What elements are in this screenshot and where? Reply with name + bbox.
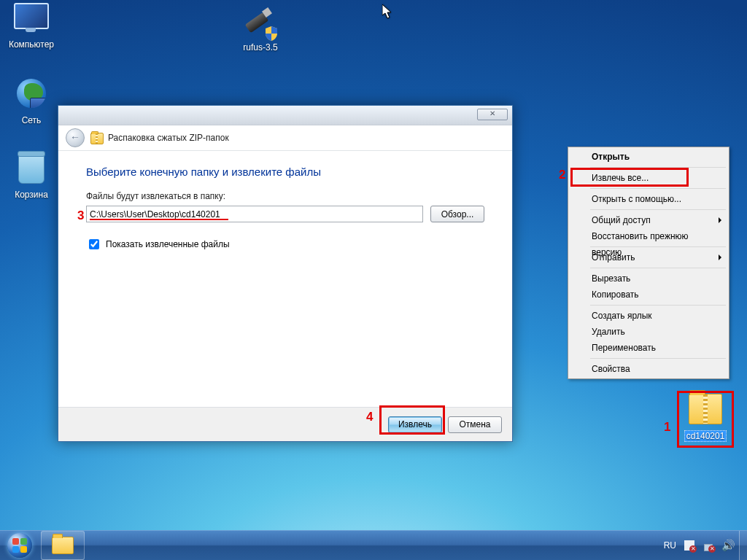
menu-item-cut[interactable]: Вырезать (570, 271, 727, 287)
close-button[interactable]: ✕ (477, 109, 508, 120)
show-desktop-button[interactable] (739, 531, 747, 560)
desktop-icon-label: rufus-3.5 (232, 42, 289, 52)
taskbar-button-explorer[interactable] (41, 531, 85, 560)
context-menu: Открыть Извлечь все... Открыть с помощью… (568, 147, 729, 379)
menu-item-delete[interactable]: Удалить (570, 324, 727, 340)
menu-item-open-with[interactable]: Открыть с помощью... (570, 191, 727, 207)
menu-separator (590, 167, 726, 168)
annotation-number-2: 2 (559, 168, 565, 182)
menu-item-share[interactable]: Общий доступ (570, 212, 727, 228)
show-extracted-checkbox[interactable] (89, 239, 99, 249)
mouse-cursor-icon (382, 4, 392, 21)
extract-button[interactable]: Извлечь (388, 416, 442, 433)
svg-rect-2 (12, 546, 19, 553)
start-button[interactable] (0, 531, 39, 560)
menu-separator (590, 305, 726, 306)
computer-icon (14, 3, 49, 38)
cancel-button[interactable]: Отмена (448, 416, 502, 433)
action-center-icon[interactable] (684, 540, 695, 551)
uac-shield-icon (265, 26, 278, 41)
language-indicator[interactable]: RU (664, 540, 676, 551)
back-arrow-icon: ← (70, 131, 80, 143)
wizard-footer: Извлечь Отмена (58, 407, 512, 441)
annotation-number-1: 1 (664, 420, 670, 435)
recycle-bin-icon (14, 153, 49, 188)
menu-separator (590, 268, 726, 268)
browse-button[interactable]: Обзор... (430, 206, 484, 222)
desktop-icon-computer[interactable]: Компьютер (3, 3, 60, 50)
menu-item-send-to[interactable]: Отправить (570, 249, 727, 265)
folder-icon (52, 537, 74, 554)
desktop-icon-rufus[interactable]: rufus-3.5 (232, 3, 289, 52)
submenu-arrow-icon (719, 217, 721, 223)
zip-folder-icon (688, 394, 723, 429)
menu-item-properties[interactable]: Свойства (570, 361, 727, 377)
network-status-icon[interactable] (703, 540, 714, 551)
destination-path-input[interactable] (86, 206, 423, 222)
back-button[interactable]: ← (66, 128, 85, 147)
desktop-icon-network[interactable]: Сеть (3, 77, 60, 125)
desktop-icon-zipfile[interactable]: cd140201 (677, 392, 734, 442)
menu-item-rename[interactable]: Переименовать (570, 340, 727, 356)
destination-label: Файлы будут извлекаться в папку: (86, 191, 484, 201)
windows-orb-icon (7, 533, 32, 558)
wizard-title: Выберите конечную папку и извлеките файл… (86, 166, 484, 178)
menu-item-create-shortcut[interactable]: Создать ярлык (570, 308, 727, 324)
window-titlebar[interactable]: ✕ (58, 106, 512, 125)
desktop-icon-recycle-bin[interactable]: Корзина (3, 152, 60, 200)
desktop-icon-label: Корзина (3, 190, 60, 200)
network-icon (14, 79, 49, 114)
menu-item-extract-all[interactable]: Извлечь все... (570, 170, 727, 186)
menu-item-restore-version[interactable]: Восстановить прежнюю версию (570, 228, 727, 244)
menu-item-copy[interactable]: Копировать (570, 287, 727, 303)
zip-folder-icon (90, 132, 102, 144)
desktop-icon-label: cd140201 (684, 430, 727, 442)
menu-separator (590, 188, 726, 189)
svg-rect-0 (12, 538, 19, 545)
menu-separator (590, 358, 726, 359)
system-tray: RU 🔊 (658, 540, 739, 551)
submenu-arrow-icon (719, 254, 721, 260)
menu-item-open[interactable]: Открыть (570, 149, 727, 165)
taskbar: RU 🔊 (0, 530, 747, 560)
volume-icon[interactable]: 🔊 (721, 540, 733, 551)
show-extracted-label: Показать извлеченные файлы (106, 239, 230, 249)
close-icon: ✕ (489, 109, 495, 117)
menu-separator (590, 209, 726, 210)
svg-rect-3 (20, 546, 27, 553)
wizard-header: ← Распаковка сжатых ZIP-папок (58, 125, 512, 151)
desktop-icon-label: Компьютер (3, 39, 60, 50)
wizard-header-text: Распаковка сжатых ZIP-папок (108, 133, 229, 143)
usb-drive-icon (243, 6, 278, 41)
desktop-icon-label: Сеть (3, 115, 60, 125)
extract-wizard-window: ✕ ← Распаковка сжатых ZIP-папок Выберите… (58, 105, 513, 442)
svg-rect-1 (20, 538, 27, 545)
